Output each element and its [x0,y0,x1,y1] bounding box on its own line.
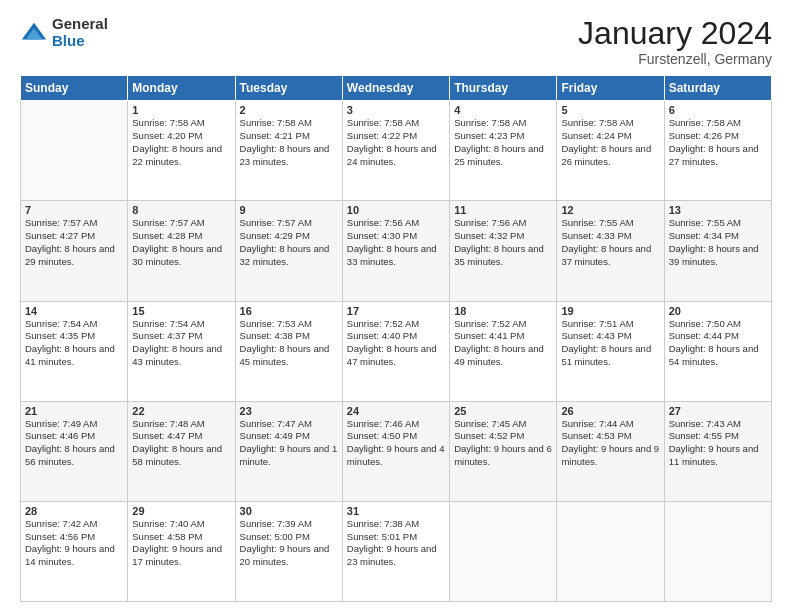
day-number: 3 [347,104,445,116]
day-info: Sunrise: 7:50 AMSunset: 4:44 PMDaylight:… [669,318,767,369]
day-info: Sunrise: 7:57 AMSunset: 4:29 PMDaylight:… [240,217,338,268]
calendar-day-cell: 25 Sunrise: 7:45 AMSunset: 4:52 PMDaylig… [450,401,557,501]
day-info: Sunrise: 7:52 AMSunset: 4:41 PMDaylight:… [454,318,552,369]
day-info: Sunrise: 7:45 AMSunset: 4:52 PMDaylight:… [454,418,552,469]
day-info: Sunrise: 7:39 AMSunset: 5:00 PMDaylight:… [240,518,338,569]
calendar-day-cell: 22 Sunrise: 7:48 AMSunset: 4:47 PMDaylig… [128,401,235,501]
header-friday: Friday [557,76,664,101]
calendar-week-row: 7 Sunrise: 7:57 AMSunset: 4:27 PMDayligh… [21,201,772,301]
day-number: 30 [240,505,338,517]
day-info: Sunrise: 7:48 AMSunset: 4:47 PMDaylight:… [132,418,230,469]
day-number: 9 [240,204,338,216]
day-number: 21 [25,405,123,417]
calendar-day-cell: 2 Sunrise: 7:58 AMSunset: 4:21 PMDayligh… [235,101,342,201]
calendar-day-cell: 1 Sunrise: 7:58 AMSunset: 4:20 PMDayligh… [128,101,235,201]
day-number: 10 [347,204,445,216]
day-number: 16 [240,305,338,317]
calendar-week-row: 28 Sunrise: 7:42 AMSunset: 4:56 PMDaylig… [21,501,772,601]
calendar-day-cell: 6 Sunrise: 7:58 AMSunset: 4:26 PMDayligh… [664,101,771,201]
calendar-day-cell: 26 Sunrise: 7:44 AMSunset: 4:53 PMDaylig… [557,401,664,501]
calendar-day-cell: 27 Sunrise: 7:43 AMSunset: 4:55 PMDaylig… [664,401,771,501]
calendar-day-cell: 20 Sunrise: 7:50 AMSunset: 4:44 PMDaylig… [664,301,771,401]
day-info: Sunrise: 7:58 AMSunset: 4:21 PMDaylight:… [240,117,338,168]
day-number: 20 [669,305,767,317]
day-info: Sunrise: 7:47 AMSunset: 4:49 PMDaylight:… [240,418,338,469]
calendar-day-cell: 12 Sunrise: 7:55 AMSunset: 4:33 PMDaylig… [557,201,664,301]
header-thursday: Thursday [450,76,557,101]
calendar-day-cell: 10 Sunrise: 7:56 AMSunset: 4:30 PMDaylig… [342,201,449,301]
day-info: Sunrise: 7:58 AMSunset: 4:26 PMDaylight:… [669,117,767,168]
title-block: January 2024 Furstenzell, Germany [578,16,772,67]
calendar-week-row: 14 Sunrise: 7:54 AMSunset: 4:35 PMDaylig… [21,301,772,401]
day-info: Sunrise: 7:57 AMSunset: 4:27 PMDaylight:… [25,217,123,268]
calendar-week-row: 1 Sunrise: 7:58 AMSunset: 4:20 PMDayligh… [21,101,772,201]
day-info: Sunrise: 7:42 AMSunset: 4:56 PMDaylight:… [25,518,123,569]
day-number: 25 [454,405,552,417]
calendar-day-cell: 24 Sunrise: 7:46 AMSunset: 4:50 PMDaylig… [342,401,449,501]
calendar-day-cell: 31 Sunrise: 7:38 AMSunset: 5:01 PMDaylig… [342,501,449,601]
day-number: 29 [132,505,230,517]
calendar-day-cell [557,501,664,601]
day-info: Sunrise: 7:58 AMSunset: 4:24 PMDaylight:… [561,117,659,168]
day-number: 5 [561,104,659,116]
day-number: 7 [25,204,123,216]
calendar-day-cell: 15 Sunrise: 7:54 AMSunset: 4:37 PMDaylig… [128,301,235,401]
day-info: Sunrise: 7:51 AMSunset: 4:43 PMDaylight:… [561,318,659,369]
day-number: 28 [25,505,123,517]
header-tuesday: Tuesday [235,76,342,101]
location: Furstenzell, Germany [578,51,772,67]
logo-general-text: General [52,16,108,33]
calendar-day-cell: 18 Sunrise: 7:52 AMSunset: 4:41 PMDaylig… [450,301,557,401]
day-info: Sunrise: 7:58 AMSunset: 4:23 PMDaylight:… [454,117,552,168]
day-info: Sunrise: 7:52 AMSunset: 4:40 PMDaylight:… [347,318,445,369]
day-info: Sunrise: 7:38 AMSunset: 5:01 PMDaylight:… [347,518,445,569]
day-number: 24 [347,405,445,417]
calendar-day-cell: 29 Sunrise: 7:40 AMSunset: 4:58 PMDaylig… [128,501,235,601]
day-info: Sunrise: 7:57 AMSunset: 4:28 PMDaylight:… [132,217,230,268]
day-info: Sunrise: 7:54 AMSunset: 4:35 PMDaylight:… [25,318,123,369]
day-info: Sunrise: 7:49 AMSunset: 4:46 PMDaylight:… [25,418,123,469]
calendar-day-cell: 3 Sunrise: 7:58 AMSunset: 4:22 PMDayligh… [342,101,449,201]
month-title: January 2024 [578,16,772,51]
day-number: 11 [454,204,552,216]
calendar-day-cell: 23 Sunrise: 7:47 AMSunset: 4:49 PMDaylig… [235,401,342,501]
day-number: 22 [132,405,230,417]
day-number: 8 [132,204,230,216]
calendar-day-cell: 21 Sunrise: 7:49 AMSunset: 4:46 PMDaylig… [21,401,128,501]
header-wednesday: Wednesday [342,76,449,101]
calendar-day-cell: 19 Sunrise: 7:51 AMSunset: 4:43 PMDaylig… [557,301,664,401]
header-sunday: Sunday [21,76,128,101]
day-info: Sunrise: 7:56 AMSunset: 4:30 PMDaylight:… [347,217,445,268]
header-saturday: Saturday [664,76,771,101]
page-header: General Blue January 2024 Furstenzell, G… [20,16,772,67]
calendar-day-cell: 13 Sunrise: 7:55 AMSunset: 4:34 PMDaylig… [664,201,771,301]
calendar-day-cell: 8 Sunrise: 7:57 AMSunset: 4:28 PMDayligh… [128,201,235,301]
weekday-header-row: Sunday Monday Tuesday Wednesday Thursday… [21,76,772,101]
day-info: Sunrise: 7:44 AMSunset: 4:53 PMDaylight:… [561,418,659,469]
calendar-table: Sunday Monday Tuesday Wednesday Thursday… [20,75,772,602]
day-info: Sunrise: 7:55 AMSunset: 4:33 PMDaylight:… [561,217,659,268]
day-info: Sunrise: 7:56 AMSunset: 4:32 PMDaylight:… [454,217,552,268]
day-info: Sunrise: 7:54 AMSunset: 4:37 PMDaylight:… [132,318,230,369]
calendar-week-row: 21 Sunrise: 7:49 AMSunset: 4:46 PMDaylig… [21,401,772,501]
day-info: Sunrise: 7:58 AMSunset: 4:20 PMDaylight:… [132,117,230,168]
calendar-day-cell: 11 Sunrise: 7:56 AMSunset: 4:32 PMDaylig… [450,201,557,301]
day-number: 26 [561,405,659,417]
logo-blue-text: Blue [52,33,108,50]
calendar-day-cell: 30 Sunrise: 7:39 AMSunset: 5:00 PMDaylig… [235,501,342,601]
logo: General Blue [20,16,108,49]
calendar-day-cell: 16 Sunrise: 7:53 AMSunset: 4:38 PMDaylig… [235,301,342,401]
day-number: 13 [669,204,767,216]
calendar-day-cell: 17 Sunrise: 7:52 AMSunset: 4:40 PMDaylig… [342,301,449,401]
day-number: 19 [561,305,659,317]
day-info: Sunrise: 7:53 AMSunset: 4:38 PMDaylight:… [240,318,338,369]
day-number: 14 [25,305,123,317]
day-number: 18 [454,305,552,317]
calendar-day-cell: 28 Sunrise: 7:42 AMSunset: 4:56 PMDaylig… [21,501,128,601]
day-number: 23 [240,405,338,417]
day-info: Sunrise: 7:55 AMSunset: 4:34 PMDaylight:… [669,217,767,268]
day-number: 1 [132,104,230,116]
logo-icon [20,19,48,47]
day-number: 27 [669,405,767,417]
day-number: 6 [669,104,767,116]
